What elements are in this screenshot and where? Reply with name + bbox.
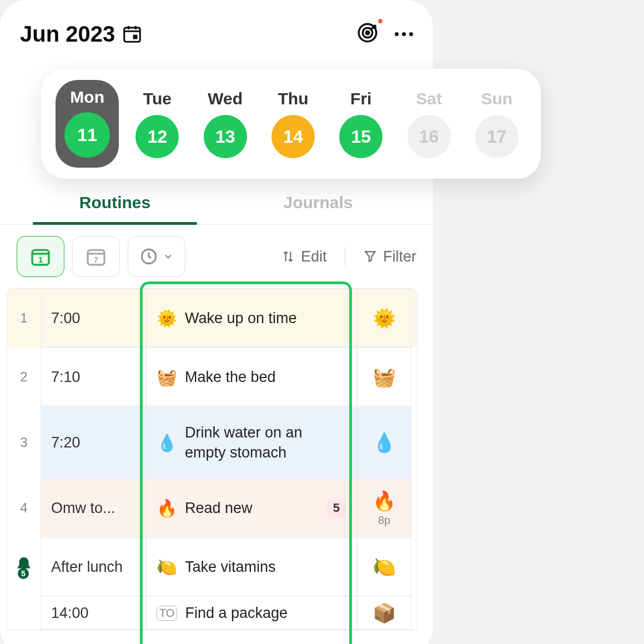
week-day-strip: Mon 11 Tue 12 Wed 13 Thu 14 Fri 15 Sat 1… <box>41 69 541 179</box>
weekday-wed[interactable]: Wed 13 <box>195 89 256 158</box>
task-emoji-icon: 💧 <box>157 433 177 452</box>
routine-row[interactable]: 3 7:20 💧 Drink water on an empty stomach… <box>7 406 417 479</box>
row-time: 7:20 <box>41 406 146 479</box>
row-task[interactable]: 💧 Drink water on an empty stomach <box>146 406 357 479</box>
row-status[interactable]: 📦 <box>357 596 411 630</box>
row-index: 1 <box>7 289 41 348</box>
svg-text:7: 7 <box>94 255 98 264</box>
view-single-day-button[interactable]: 1 <box>17 236 64 277</box>
weekday-tue[interactable]: Tue 12 <box>127 89 188 158</box>
row-task[interactable]: TO Find a package <box>146 596 357 630</box>
row-task[interactable]: 🔥 Read new 5 <box>146 479 357 537</box>
streak-badge: 5 <box>326 499 346 517</box>
row-task[interactable]: 🌞 Wake up on time <box>146 289 357 348</box>
bell-count-badge: 5 <box>18 568 29 579</box>
more-menu-button[interactable] <box>395 32 413 36</box>
row-status[interactable]: 💧 <box>357 406 411 479</box>
weekday-mon[interactable]: Mon 11 <box>54 80 120 168</box>
row-task[interactable]: 🍋 Take vitamins <box>146 537 357 596</box>
row-index: 3 <box>7 406 41 479</box>
routine-row[interactable]: 14:00 TO Find a package 📦 <box>7 596 417 630</box>
calendar-icon <box>122 23 143 44</box>
row-time: 7:00 <box>41 289 146 348</box>
view-week-button[interactable]: 7 <box>72 236 120 277</box>
svg-point-4 <box>366 31 369 34</box>
row-index <box>7 596 41 630</box>
task-emoji-icon: 🔥 <box>157 499 177 518</box>
row-status[interactable]: 🍋 <box>357 537 411 596</box>
filter-button[interactable]: Filter <box>363 248 416 265</box>
svg-rect-0 <box>124 28 140 42</box>
row-index: 4 <box>7 479 41 537</box>
row-time: Omw to... <box>41 479 146 537</box>
task-emoji-icon: 🌞 <box>157 309 177 328</box>
row-index: 2 <box>7 348 41 406</box>
routine-row[interactable]: 1 7:00 🌞 Wake up on time 🌞 <box>7 289 417 348</box>
page-title[interactable]: Jun 2023 <box>20 22 143 47</box>
svg-rect-1 <box>133 35 138 39</box>
tab-routines[interactable]: Routines <box>13 183 217 224</box>
chevron-down-icon <box>163 251 174 262</box>
weekday-sat[interactable]: Sat 16 <box>399 89 460 158</box>
bell-icon: 5 <box>14 556 33 578</box>
time-sort-dropdown[interactable] <box>128 236 185 277</box>
row-status[interactable]: 🌞 <box>357 289 411 348</box>
svg-text:1: 1 <box>38 255 43 264</box>
task-emoji-icon: 🍋 <box>157 557 177 577</box>
task-emoji-icon: 🧺 <box>157 368 177 387</box>
row-time: 14:00 <box>41 596 146 630</box>
weekday-sun[interactable]: Sun 17 <box>466 89 527 158</box>
row-time: After lunch <box>41 537 146 596</box>
row-time: 7:10 <box>41 348 146 406</box>
row-status[interactable]: 🔥 8p <box>357 479 411 537</box>
routine-row[interactable]: 2 7:10 🧺 Make the bed 🧺 <box>7 348 417 406</box>
row-task[interactable]: 🧺 Make the bed <box>146 348 357 406</box>
routine-row[interactable]: 4 Omw to... 🔥 Read new 5 🔥 8p <box>7 479 417 537</box>
month-label: Jun 2023 <box>20 22 115 47</box>
row-index: 5 <box>7 537 41 596</box>
goals-button[interactable] <box>356 21 379 47</box>
routine-row[interactable]: 5 After lunch 🍋 Take vitamins 🍋 <box>7 537 417 596</box>
to-do-icon: TO <box>157 606 177 621</box>
weekday-thu[interactable]: Thu 14 <box>263 89 324 158</box>
row-status[interactable]: 🧺 <box>357 348 411 406</box>
notification-dot <box>378 19 383 23</box>
edit-button[interactable]: Edit <box>281 248 327 265</box>
weekday-fri[interactable]: Fri 15 <box>330 89 391 158</box>
tab-journals[interactable]: Journals <box>217 183 420 224</box>
